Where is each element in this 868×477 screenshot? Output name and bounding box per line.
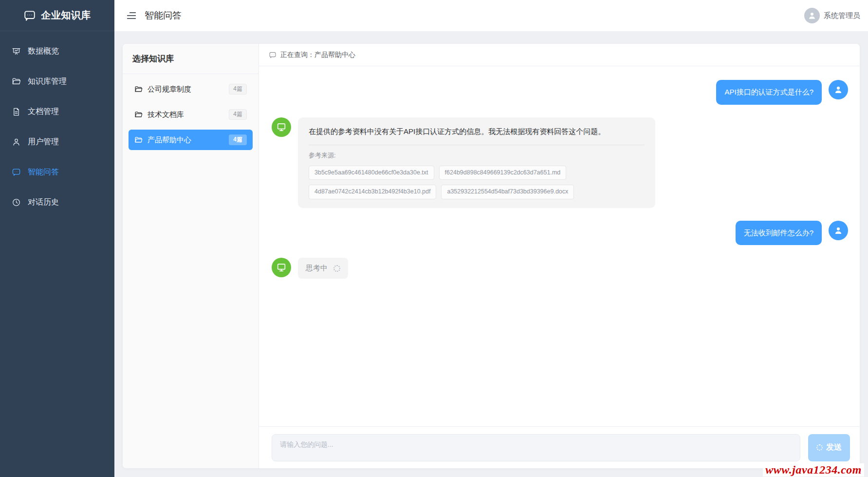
kb-item-tech-docs[interactable]: 技术文档库 4篇 xyxy=(129,104,253,125)
kb-item-product-help-center[interactable]: 产品帮助中心 4篇 xyxy=(129,130,253,150)
question-input[interactable] xyxy=(272,434,800,461)
sidebar-item-smart-qa[interactable]: 智能问答 xyxy=(0,157,114,187)
logo-chat-bubble-icon xyxy=(23,9,36,22)
kb-doc-count-badge: 4篇 xyxy=(229,109,247,120)
kb-doc-count-badge: 4篇 xyxy=(229,84,247,95)
assistant-avatar-monitor-icon xyxy=(272,117,291,137)
assistant-message-text: 在提供的参考资料中没有关于API接口认证方式的信息。我无法根据现有资料回答这个问… xyxy=(309,125,645,138)
main-content: 选择知识库 公司规章制度 4篇 xyxy=(114,31,868,477)
document-icon xyxy=(12,107,21,116)
kb-list: 公司规章制度 4篇 技术文档库 4篇 xyxy=(123,74,259,160)
sidebar-item-user-management[interactable]: 用户管理 xyxy=(0,127,114,157)
kb-selector-panel: 选择知识库 公司规章制度 4篇 xyxy=(123,44,259,468)
user-message-bubble: API接口的认证方式是什么? xyxy=(716,80,822,105)
assistant-thinking-row: 思考中 xyxy=(272,258,848,279)
kb-item-name: 产品帮助中心 xyxy=(148,135,224,145)
chat-messages: API接口的认证方式是什么? xyxy=(259,66,860,426)
user-message-bubble: 无法收到邮件怎么办? xyxy=(736,221,822,246)
kb-doc-count-badge: 4篇 xyxy=(229,134,247,145)
kb-item-name: 公司规章制度 xyxy=(148,85,224,94)
logo-text: 企业知识库 xyxy=(41,9,91,22)
query-status-text: 正在查询：产品帮助中心 xyxy=(280,51,355,59)
source-chips: 3b5c9e5aa69c461480de66cf0e3da30e.txt f62… xyxy=(309,166,645,199)
sidebar-item-label: 对话历史 xyxy=(28,197,59,208)
page-title: 智能问答 xyxy=(145,9,182,22)
sources-label: 参考来源: xyxy=(309,150,645,161)
watermark-text: www.java1234.com xyxy=(763,463,864,477)
user-icon xyxy=(12,137,21,147)
folder-icon xyxy=(134,111,143,119)
user-message-row: 无法收到邮件怎么办? xyxy=(272,221,848,246)
user-message-row: API接口的认证方式是什么? xyxy=(272,80,848,105)
app-logo: 企业知识库 xyxy=(0,0,114,31)
sidebar: 企业知识库 数据概览 xyxy=(0,0,114,477)
folder-icon xyxy=(134,136,143,144)
sidebar-item-kb-management[interactable]: 知识库管理 xyxy=(0,66,114,96)
dashboard-icon xyxy=(12,47,21,56)
assistant-avatar-monitor-icon xyxy=(272,258,291,277)
source-file-chip[interactable]: 4d87ae0742c2414cb3b12b492f4b3e10.pdf xyxy=(309,185,436,199)
sidebar-item-doc-management[interactable]: 文档管理 xyxy=(0,96,114,127)
chat-bubble-icon xyxy=(12,168,21,177)
sidebar-item-chat-history[interactable]: 对话历史 xyxy=(0,187,114,217)
history-clock-icon xyxy=(12,198,21,207)
sources-divider xyxy=(309,145,645,145)
source-file-chip[interactable]: f624b9d898c849669139c2dc63d7a651.md xyxy=(439,166,567,180)
send-button[interactable]: 发送 xyxy=(808,434,850,461)
chat-input-bar: 发送 xyxy=(259,426,860,468)
assistant-message-bubble: 在提供的参考资料中没有关于API接口认证方式的信息。我无法根据现有资料回答这个问… xyxy=(298,117,655,208)
user-name: 系统管理员 xyxy=(824,11,860,20)
query-status-bar: 正在查询：产品帮助中心 xyxy=(259,44,860,66)
kb-panel-title: 选择知识库 xyxy=(123,44,259,74)
send-button-label: 发送 xyxy=(826,442,842,453)
assistant-message-row: 在提供的参考资料中没有关于API接口认证方式的信息。我无法根据现有资料回答这个问… xyxy=(272,117,848,208)
sidebar-item-data-overview[interactable]: 数据概览 xyxy=(0,36,114,66)
app-window: 企业知识库 数据概览 xyxy=(0,0,868,477)
thinking-bubble: 思考中 xyxy=(298,258,348,279)
folder-icon xyxy=(134,85,143,94)
kb-item-company-rules[interactable]: 公司规章制度 4篇 xyxy=(129,79,253,99)
qa-card: 选择知识库 公司规章制度 4篇 xyxy=(123,44,860,468)
user-avatar-icon xyxy=(829,221,848,240)
folder-icon xyxy=(12,77,21,86)
sidebar-item-label: 数据概览 xyxy=(28,46,59,57)
chat-panel: 正在查询：产品帮助中心 API接口的认证方式是什么? xyxy=(259,44,860,468)
loading-spinner-icon xyxy=(816,444,823,451)
user-avatar-icon xyxy=(829,80,848,99)
source-file-chip[interactable]: 3b5c9e5aa69c461480de66cf0e3da30e.txt xyxy=(309,166,434,180)
sidebar-item-label: 文档管理 xyxy=(28,107,59,117)
sidebar-item-label: 知识库管理 xyxy=(28,76,67,87)
thinking-text: 思考中 xyxy=(306,264,328,273)
top-header: 智能问答 系统管理员 xyxy=(114,0,868,31)
loading-spinner-icon xyxy=(333,265,340,272)
user-info[interactable]: 系统管理员 xyxy=(804,8,860,23)
sidebar-item-label: 用户管理 xyxy=(28,137,59,147)
sidebar-menu: 数据概览 知识库管理 文档管理 xyxy=(0,31,114,217)
chat-bubble-icon xyxy=(269,51,277,59)
menu-fold-icon[interactable] xyxy=(125,9,138,22)
kb-item-name: 技术文档库 xyxy=(148,110,224,119)
user-avatar-icon xyxy=(804,8,820,23)
sidebar-item-label: 智能问答 xyxy=(28,167,59,177)
source-file-chip[interactable]: a352932212554d54baf73d3bd39396e9.docx xyxy=(441,185,574,199)
